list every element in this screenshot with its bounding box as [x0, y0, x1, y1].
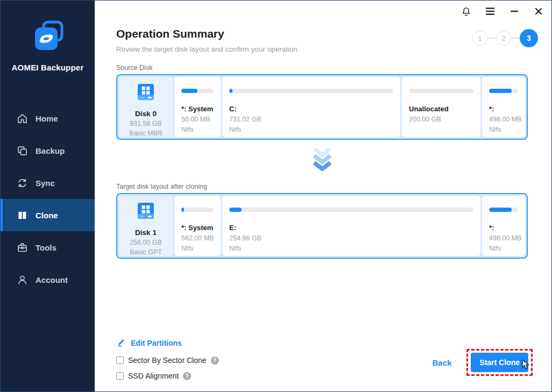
partition-cell[interactable]: C:731.02 GBNtfs [222, 77, 400, 137]
help-icon[interactable]: ? [183, 372, 191, 380]
partition-fs: Ntfs [489, 245, 518, 252]
close-icon[interactable] [533, 5, 544, 17]
disk-icon [134, 97, 158, 106]
partition-size: 200.00 GB [409, 116, 473, 123]
back-button[interactable]: Back [432, 358, 451, 367]
step-connector [511, 38, 520, 39]
usage-bar [181, 89, 214, 93]
partition-fs: Ntfs [489, 126, 518, 133]
app-window: AOMEI Backupper HomeBackupSyncCloneTools… [1, 1, 551, 391]
sidebar-item-account[interactable]: Account [1, 263, 95, 296]
notification-bell-icon[interactable] [460, 5, 472, 17]
partition-name: Unallocated [409, 105, 473, 113]
source-disk-panel: Disk 0931.56 GBBasic MBR*: System...50.0… [116, 74, 528, 140]
partition-name: E: [229, 224, 473, 232]
sync-icon [16, 177, 28, 189]
clone-direction-arrows [116, 140, 528, 182]
disk-info-cell[interactable]: Disk 1256.00 GBBasic GPT [119, 196, 173, 256]
step-connector [487, 38, 496, 39]
usage-bar-fill [181, 208, 184, 212]
partition-cell[interactable]: *:498.00 MBNtfs [482, 196, 525, 256]
disk-size: 931.56 GB [119, 120, 173, 127]
partition-cell[interactable]: Unallocated200.00 GB [402, 77, 480, 137]
usage-bar [489, 208, 518, 212]
partition-size: 731.02 GB [229, 116, 393, 123]
sidebar-nav: HomeBackupSyncCloneToolsAccount [1, 102, 95, 296]
usage-bar [489, 89, 518, 93]
disk-size: 256.00 GB [119, 239, 173, 246]
disk-name: Disk 0 [119, 110, 173, 118]
titlebar-icons [460, 5, 544, 17]
sidebar-item-label: Account [36, 275, 68, 284]
sidebar-item-clone[interactable]: Clone [1, 199, 95, 231]
disk-info-cell[interactable]: Disk 0931.56 GBBasic MBR [119, 77, 173, 137]
usage-bar-fill [489, 208, 512, 212]
clone-icon [16, 209, 28, 221]
tools-icon [16, 241, 28, 253]
partition-cell[interactable]: *: System...562.00 MBNtfs [174, 196, 221, 256]
sidebar-item-label: Clone [36, 211, 58, 220]
chevron-down-icon [313, 148, 331, 174]
disk-name: Disk 1 [119, 229, 173, 237]
home-icon [16, 112, 28, 124]
source-disk-label: Source Disk [116, 64, 551, 72]
help-icon[interactable]: ? [211, 357, 219, 365]
partition-cell[interactable]: *: System...50.00 MBNtfs [174, 77, 221, 137]
disk-type: Basic MBR [119, 130, 173, 137]
target-disk-panel: Disk 1256.00 GBBasic GPT*: System...562.… [116, 193, 528, 259]
step-indicator: 123 [472, 29, 538, 47]
partition-size: 498.00 MB [489, 234, 518, 242]
edit-partitions-button[interactable]: Edit Partitions [116, 337, 182, 349]
usage-bar [229, 89, 393, 93]
main-content: Operation Summary Review the target disk… [95, 1, 551, 391]
usage-bar [409, 89, 473, 93]
sector-by-sector-row: Sector By Sector Clone ? [116, 356, 219, 365]
footer-actions: Back Start Clone [432, 349, 533, 376]
disk-icon [134, 216, 158, 225]
partition-size: 254.96 GB [229, 234, 473, 242]
partition-size: 498.00 MB [489, 116, 518, 123]
step-2: 2 [496, 31, 511, 46]
sidebar-item-sync[interactable]: Sync [1, 167, 95, 199]
usage-bar-fill [229, 208, 242, 212]
account-icon [16, 274, 28, 286]
usage-bar [181, 208, 214, 212]
start-clone-highlight-box: Start Clone [466, 349, 533, 376]
partition-name: *: System... [181, 105, 214, 113]
step-3-active: 3 [520, 29, 538, 47]
sidebar: AOMEI Backupper HomeBackupSyncCloneTools… [1, 1, 95, 391]
edit-partitions-label: Edit Partitions [131, 339, 182, 347]
minimize-icon[interactable] [508, 5, 520, 17]
ssd-alignment-row: SSD Alignment ? [116, 372, 191, 380]
partition-cell[interactable]: *:498.00 MBNtfs [482, 77, 525, 137]
sector-by-sector-checkbox[interactable] [116, 357, 124, 364]
edit-pencil-icon [116, 337, 126, 349]
logo-block: AOMEI Backupper [1, 1, 95, 72]
disk-type: Basic GPT [119, 248, 173, 256]
sidebar-item-home[interactable]: Home [1, 102, 95, 134]
sidebar-item-label: Sync [36, 179, 55, 188]
partition-size: 562.00 MB [181, 234, 214, 242]
partition-fs: Ntfs [229, 245, 473, 252]
usage-bar-fill [489, 89, 512, 93]
partition-fs: Ntfs [181, 126, 214, 133]
ssd-alignment-label: SSD Alignment [128, 372, 179, 380]
start-clone-button[interactable]: Start Clone [471, 353, 528, 372]
sidebar-item-tools[interactable]: Tools [1, 231, 95, 263]
partition-name: *: [489, 105, 518, 113]
partition-name: *: System... [181, 224, 214, 232]
sector-by-sector-label: Sector By Sector Clone [128, 356, 207, 365]
menu-icon[interactable] [484, 5, 496, 17]
usage-bar [229, 208, 473, 212]
target-disk-label: Target disk layout after cloning [116, 183, 551, 190]
partition-name: *: [489, 224, 518, 232]
app-logo-icon [30, 46, 66, 55]
step-1: 1 [472, 31, 487, 46]
mouse-cursor-icon [521, 359, 530, 372]
ssd-alignment-checkbox[interactable] [116, 372, 124, 380]
sidebar-item-label: Home [36, 114, 58, 123]
partition-cell[interactable]: E:254.96 GBNtfs [222, 196, 480, 256]
sidebar-item-backup[interactable]: Backup [1, 134, 95, 167]
sidebar-item-label: Tools [36, 243, 56, 252]
partition-fs: Ntfs [181, 245, 214, 252]
